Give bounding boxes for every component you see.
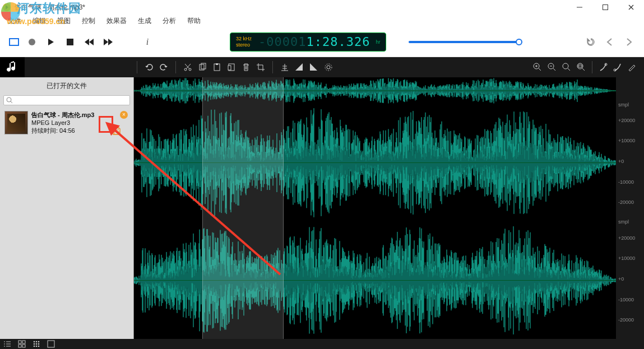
rewind-button[interactable] (83, 36, 95, 48)
gear-effect-icon[interactable] (322, 61, 335, 73)
window-title: 告白气球 - 周杰伦.mp3* (15, 3, 85, 12)
svg-rect-5194 (18, 345, 21, 347)
menu-file[interactable]: 文件 (2, 15, 27, 27)
sample-rate-label: 32 kHz (236, 36, 252, 42)
redo-icon[interactable] (157, 61, 170, 73)
transport-toolbar: i 32 kHz stereo -00001 1:28.326 hr (0, 27, 644, 57)
paste-mix-icon[interactable] (225, 61, 238, 73)
record-button[interactable] (26, 36, 38, 48)
time-unit: hr (376, 39, 380, 45)
sidebar-search[interactable] (3, 95, 130, 105)
menu-analyze[interactable]: 分析 (157, 15, 182, 27)
file-item[interactable]: 告白气球 - 周杰伦.mp3 MPEG Layer3 持续时间: 04:56 × (2, 109, 131, 137)
svg-point-15 (327, 66, 330, 69)
file-save-icon[interactable] (111, 125, 122, 137)
svg-point-5204 (38, 346, 40, 347)
minimize-button[interactable] (567, 0, 592, 15)
status-dots-icon[interactable] (33, 340, 40, 348)
fade-in-icon[interactable] (293, 61, 305, 73)
time-negative: -00001 (258, 35, 306, 49)
file-duration: 持续时间: 04:56 (31, 127, 94, 134)
file-format: MPEG Layer3 (31, 119, 94, 127)
status-bar (0, 339, 644, 349)
svg-point-5197 (36, 341, 38, 343)
time-current: 1:28.326 (307, 35, 370, 49)
cut-icon[interactable] (182, 61, 194, 73)
svg-point-5202 (34, 346, 35, 347)
window-controls (567, 0, 644, 15)
svg-point-5198 (38, 341, 40, 343)
app-icon (2, 3, 11, 12)
svg-point-5203 (36, 346, 38, 347)
selection-region[interactable] (202, 77, 284, 347)
menu-effects[interactable]: 效果器 (101, 15, 132, 27)
zoom-in-icon[interactable] (531, 61, 544, 73)
menu-edit[interactable]: 编辑 (27, 15, 52, 27)
menu-view[interactable]: 视图 (52, 15, 76, 27)
svg-point-16 (325, 64, 332, 71)
svg-point-5200 (36, 343, 38, 345)
crop-icon[interactable] (254, 61, 267, 73)
editor-toolbar (0, 57, 644, 77)
svg-rect-6 (67, 39, 73, 45)
scale-unit-2: smpl (618, 219, 629, 225)
undo-icon[interactable] (143, 61, 155, 73)
menu-control[interactable]: 控制 (76, 15, 101, 27)
svg-rect-5205 (48, 341, 54, 347)
note-tab[interactable] (0, 57, 25, 77)
sidebar-header: 已打开的文件 (0, 77, 133, 94)
svg-point-5 (29, 39, 35, 45)
svg-point-19 (563, 63, 568, 69)
copy-icon[interactable] (196, 61, 209, 73)
info-button[interactable]: i (141, 36, 154, 48)
sidebar: 已打开的文件 告白气球 - 周杰伦.mp3 MPEG Layer3 持续时间: … (0, 77, 134, 349)
maximize-button[interactable] (592, 0, 618, 15)
close-button[interactable] (618, 0, 644, 15)
play-button[interactable] (45, 36, 57, 48)
svg-rect-21 (578, 65, 582, 67)
zoom-out-icon[interactable] (546, 61, 558, 73)
back-arrow-icon[interactable] (604, 36, 616, 48)
svg-rect-2 (603, 5, 608, 10)
delete-icon[interactable] (240, 61, 252, 73)
zoom-sel-icon[interactable] (560, 61, 573, 73)
svg-rect-5195 (22, 345, 25, 347)
svg-point-24 (7, 97, 11, 102)
wave-area[interactable] (134, 77, 616, 347)
tool-select-icon[interactable] (597, 61, 609, 73)
status-grid-icon[interactable] (18, 340, 26, 348)
stop-button[interactable] (64, 36, 76, 48)
status-expand-icon[interactable] (47, 340, 55, 348)
menu-help[interactable]: 帮助 (182, 15, 206, 27)
main-area: 已打开的文件 告白气球 - 周杰伦.mp3 MPEG Layer3 持续时间: … (0, 77, 644, 349)
svg-point-5201 (38, 343, 40, 345)
svg-point-5196 (34, 341, 35, 343)
playback-slider[interactable] (409, 41, 532, 43)
status-list-icon[interactable] (3, 340, 11, 348)
tool-pen-icon[interactable] (611, 61, 624, 73)
tool-draw-icon[interactable] (626, 61, 638, 73)
menu-bar: 文件 编辑 视图 控制 效果器 生成 分析 帮助 (0, 15, 644, 27)
svg-rect-14 (228, 66, 231, 70)
title-bar: 告白气球 - 周杰伦.mp3* (0, 0, 644, 15)
zoom-fit-icon[interactable] (575, 61, 587, 73)
paste-icon[interactable] (211, 61, 223, 73)
waveform-pane[interactable]: smpl +20000 +10000 +0 -10000 -20000 smpl… (134, 77, 644, 349)
file-thumbnail (4, 111, 28, 134)
scale-unit: smpl (618, 102, 629, 108)
svg-rect-12 (216, 63, 218, 65)
history-icon[interactable] (585, 36, 597, 48)
normalize-icon[interactable] (279, 61, 291, 73)
svg-point-5199 (34, 343, 35, 345)
amplitude-scale: smpl +20000 +10000 +0 -10000 -20000 smpl… (616, 77, 644, 347)
forward-button[interactable] (102, 36, 114, 48)
fade-out-icon[interactable] (308, 61, 320, 73)
file-close-icon[interactable]: × (120, 111, 128, 119)
channels-label: stereo (236, 42, 252, 48)
menu-generate[interactable]: 生成 (132, 15, 157, 27)
forward-arrow-icon[interactable] (623, 36, 635, 48)
search-icon (6, 97, 13, 104)
svg-line-25 (11, 101, 12, 103)
file-info: 告白气球 - 周杰伦.mp3 MPEG Layer3 持续时间: 04:56 (31, 111, 94, 134)
loop-button[interactable] (9, 38, 19, 46)
